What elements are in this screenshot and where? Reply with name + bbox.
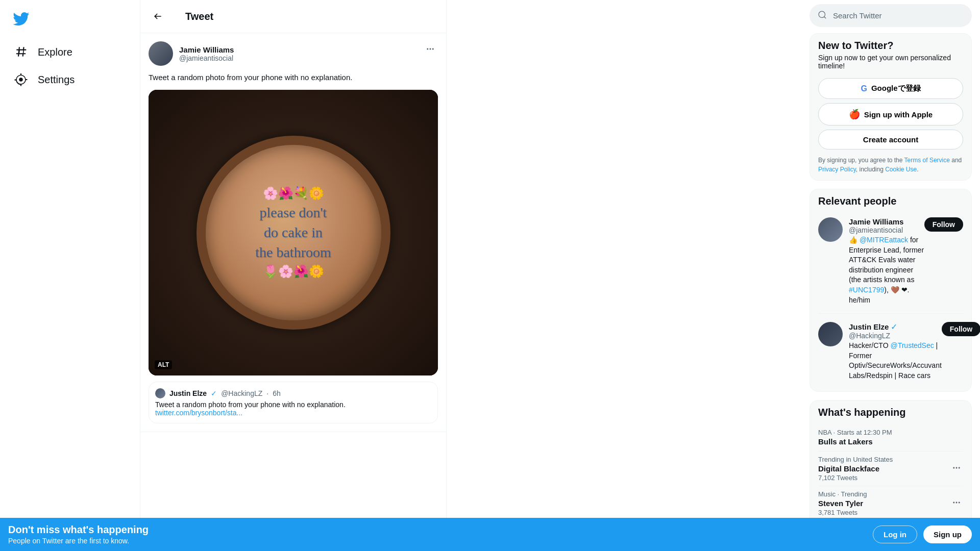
quoted-author-handle: @HackingLZ bbox=[221, 389, 262, 397]
follow-button-jamie[interactable]: Follow bbox=[924, 217, 963, 232]
relevant-people-panel: Relevant people Jamie Williams @jamieant… bbox=[810, 189, 972, 392]
trending-category-nba: NBA · Starts at 12:30 PM bbox=[818, 429, 963, 436]
tweet-user-info: Jamie Williams @jamieantisocial bbox=[149, 41, 234, 66]
search-bar bbox=[810, 0, 972, 33]
google-logo-icon: G bbox=[861, 84, 867, 93]
trending-count-steven: 3,781 Tweets bbox=[818, 509, 867, 516]
quoted-author-name: Justin Elze bbox=[169, 389, 207, 397]
new-to-twitter-panel: New to Twitter? Sign up now to get your … bbox=[810, 33, 972, 181]
person-name-justin: Justin Elze bbox=[849, 322, 889, 331]
settings-label: Settings bbox=[38, 74, 75, 86]
twitter-logo[interactable] bbox=[6, 4, 134, 35]
whats-happening-panel: What's happening NBA · Starts at 12:30 P… bbox=[810, 400, 972, 527]
tweet-header: Tweet bbox=[140, 0, 446, 33]
tweet-text: Tweet a random photo from your phone wit… bbox=[149, 72, 438, 84]
trending-item-nba[interactable]: NBA · Starts at 12:30 PM Bulls at Lakers bbox=[818, 424, 963, 452]
search-icon bbox=[818, 10, 827, 21]
alt-badge[interactable]: ALT bbox=[155, 360, 172, 369]
trending-topic-blackface: Digital Blackface bbox=[818, 464, 893, 473]
tweet-image: 🌸🌺💐🌼 please don'tdo cake inthe bathroom … bbox=[149, 90, 438, 375]
tweet-author-name: Jamie Williams bbox=[179, 45, 234, 54]
person-info-justin: Justin Elze ✓ @HackingLZ Hacker/CTO @Tru… bbox=[849, 322, 942, 381]
trending-topic-steven: Steven Tyler bbox=[818, 499, 867, 508]
bottom-bar-text: Don't miss what's happening People on Tw… bbox=[8, 524, 149, 545]
tweet-author-handle: @jamieantisocial bbox=[179, 54, 234, 62]
verified-icon: ✓ bbox=[211, 389, 217, 397]
trending-more-button-steven[interactable] bbox=[950, 496, 963, 511]
embroidery-hoop: 🌸🌺💐🌼 please don'tdo cake inthe bathroom … bbox=[197, 136, 390, 330]
tweet-more-button[interactable] bbox=[423, 41, 438, 58]
trending-category-steven: Music · Trending bbox=[818, 490, 867, 498]
search-input-wrap bbox=[810, 4, 972, 27]
sidebar-item-explore[interactable]: Explore bbox=[6, 39, 134, 65]
quoted-author-avatar bbox=[155, 388, 165, 398]
create-account-button[interactable]: Create account bbox=[818, 130, 963, 149]
follow-button-justin[interactable]: Follow bbox=[942, 322, 980, 336]
flower-bottom: 🌷🌸🌺🌼 bbox=[263, 264, 324, 279]
apple-logo-icon: 🍎 bbox=[849, 109, 860, 120]
quoted-time: · bbox=[266, 389, 268, 397]
embroidery-text: please don'tdo cake inthe bathroom bbox=[245, 203, 341, 263]
privacy-link[interactable]: Privacy Policy bbox=[818, 166, 856, 173]
trending-topic-nba: Bulls at Lakers bbox=[818, 437, 963, 446]
trending-item-steven[interactable]: Music · Trending Steven Tyler 3,781 Twee… bbox=[818, 486, 963, 520]
signup-button[interactable]: Sign up bbox=[923, 525, 972, 543]
bottom-bar-buttons: Log in Sign up bbox=[873, 525, 972, 543]
new-to-twitter-subtitle: Sign up now to get your own personalized… bbox=[818, 54, 963, 70]
quoted-tweet-text: Tweet a random photo from your phone wit… bbox=[155, 400, 431, 417]
terms-text: By signing up, you agree to the Terms of… bbox=[818, 156, 963, 174]
search-input[interactable] bbox=[833, 11, 964, 20]
quoted-time-value: 6h bbox=[273, 389, 281, 397]
trending-count-blackface: 7,102 Tweets bbox=[818, 474, 893, 482]
tweet-header-title: Tweet bbox=[185, 11, 213, 22]
tweet-body: Jamie Williams @jamieantisocial Tweet a … bbox=[140, 33, 446, 432]
unc-link[interactable]: #UNC1799 bbox=[849, 286, 884, 294]
back-button[interactable] bbox=[149, 7, 167, 26]
trustedsec-link[interactable]: @TrustedSec bbox=[890, 341, 934, 349]
bottom-bar-title: Don't miss what's happening bbox=[8, 524, 149, 536]
sidebar: Explore Settings bbox=[0, 0, 140, 551]
person-name-jamie: Jamie Williams bbox=[849, 217, 903, 226]
quoted-tweet[interactable]: Justin Elze ✓ @HackingLZ · 6h Tweet a ra… bbox=[149, 382, 438, 423]
tweet-author-avatar bbox=[149, 41, 173, 66]
gear-icon bbox=[14, 73, 28, 86]
person-avatar-jamie bbox=[818, 217, 843, 242]
right-sidebar: New to Twitter? Sign up now to get your … bbox=[801, 0, 980, 551]
cookie-link[interactable]: Cookie Use bbox=[885, 166, 917, 173]
bottom-bar: Don't miss what's happening People on Tw… bbox=[0, 518, 980, 551]
quoted-user-row: Justin Elze ✓ @HackingLZ · 6h bbox=[155, 388, 431, 398]
tweet-user-row: Jamie Williams @jamieantisocial bbox=[149, 41, 438, 66]
terms-link[interactable]: Terms of Service bbox=[904, 157, 950, 164]
google-signup-button[interactable]: G Googleで登録 bbox=[818, 78, 963, 99]
person-handle-jamie: @jamieantisocial bbox=[849, 226, 924, 234]
apple-signup-button[interactable]: 🍎 Sign up with Apple bbox=[818, 103, 963, 126]
hashtag-icon bbox=[14, 45, 28, 59]
person-avatar-justin bbox=[818, 322, 843, 346]
person-bio-jamie: 👍 @MITREattack for Enterprise Lead, form… bbox=[849, 235, 924, 305]
person-row-justin: Justin Elze ✓ @HackingLZ Hacker/CTO @Tru… bbox=[818, 318, 963, 385]
login-button[interactable]: Log in bbox=[873, 525, 917, 543]
bottom-bar-subtitle: People on Twitter are the first to know. bbox=[8, 537, 149, 545]
mitre-link[interactable]: @MITREattack bbox=[860, 236, 908, 244]
person-bio-justin: Hacker/CTO @TrustedSec | Former Optiv/Se… bbox=[849, 341, 942, 381]
main-content: Tweet Jamie Williams @jamieantisocial bbox=[140, 0, 447, 551]
verified-icon-justin: ✓ bbox=[891, 322, 897, 332]
explore-label: Explore bbox=[38, 46, 72, 58]
relevant-people-title: Relevant people bbox=[818, 195, 963, 207]
trending-item-blackface[interactable]: Trending in United States Digital Blackf… bbox=[818, 452, 963, 486]
new-to-twitter-title: New to Twitter? bbox=[818, 40, 963, 52]
sidebar-item-settings[interactable]: Settings bbox=[6, 67, 134, 92]
tweet-author-details: Jamie Williams @jamieantisocial bbox=[179, 45, 234, 62]
flower-top: 🌸🌺💐🌼 bbox=[263, 186, 324, 201]
person-handle-justin: @HackingLZ bbox=[849, 332, 942, 340]
whats-happening-title: What's happening bbox=[818, 407, 963, 418]
trending-category-blackface: Trending in United States bbox=[818, 456, 893, 463]
person-info-jamie: Jamie Williams @jamieantisocial 👍 @MITRE… bbox=[849, 217, 924, 305]
person-row-jamie: Jamie Williams @jamieantisocial 👍 @MITRE… bbox=[818, 213, 963, 309]
trending-more-button-blackface[interactable] bbox=[950, 461, 963, 476]
